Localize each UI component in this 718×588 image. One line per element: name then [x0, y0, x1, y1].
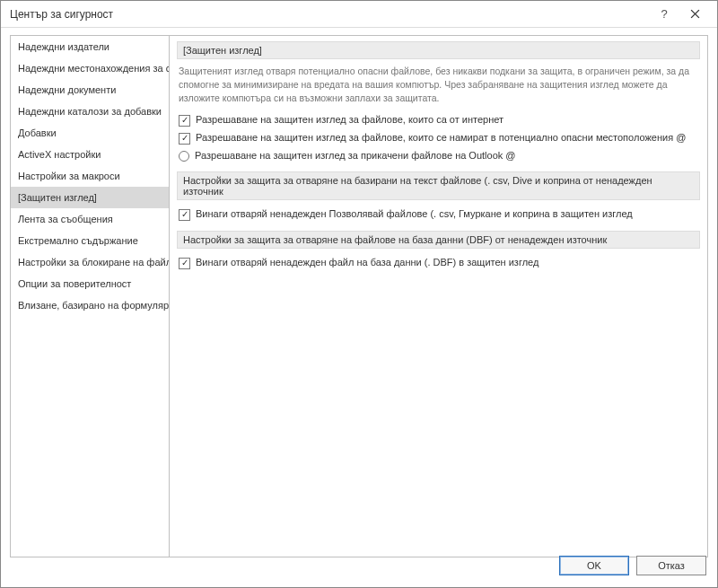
- option-internet-files[interactable]: ✓ Разрешаване на защитен изглед за файло…: [177, 111, 700, 129]
- sidebar-item-label: [Защитен изглед]: [18, 192, 97, 203]
- option-label: Винаги отваряй ненадежден Позволявай фай…: [196, 208, 698, 219]
- sidebar-item-message-bar[interactable]: Лента за съобщения: [11, 208, 169, 230]
- option-label: Разрешаване на защитен изглед за прикаче…: [195, 150, 698, 161]
- sidebar-item-form-signin[interactable]: Влизане, базирано на формуляри: [11, 294, 169, 316]
- sidebar-item-label: Добавки: [18, 127, 57, 138]
- sidebar-item-label: Лента за съобщения: [18, 214, 113, 224]
- checkbox-icon: ✓: [179, 133, 190, 145]
- sidebar-item-label: Влизане, базирано на формуляри: [18, 300, 170, 311]
- dialog-body: Надеждни издатели Надеждни местонахожден…: [1, 28, 717, 557]
- sidebar-item-label: Опции за поверителност: [18, 278, 131, 289]
- sidebar-item-label: Надеждни издатели: [18, 41, 109, 52]
- help-button[interactable]: ?: [649, 1, 679, 28]
- sidebar-item-trusted-publishers[interactable]: Надеждни издатели: [11, 36, 169, 57]
- sidebar-item-label: Настройки за макроси: [18, 171, 120, 181]
- sidebar-item-protected-view[interactable]: [Защитен изглед]: [11, 187, 169, 208]
- sidebar-item-privacy[interactable]: Опции за поверителност: [11, 273, 169, 294]
- option-label: Винаги отваряй ненадежден файл на база д…: [196, 257, 698, 268]
- checkbox-icon: ✓: [179, 258, 190, 269]
- main-panel: [Защитен изглед] Защитеният изглед отвар…: [170, 35, 708, 557]
- sidebar-item-label: Настройки за блокиране на файлове: [18, 257, 170, 268]
- sidebar-item-activex[interactable]: ActiveX настройки: [11, 144, 169, 165]
- sidebar-item-addin-catalogs[interactable]: Надеждни каталози за добавки: [11, 101, 169, 122]
- sidebar: Надеждни издатели Надеждни местонахожден…: [10, 35, 170, 557]
- sidebar-item-macro-settings[interactable]: Настройки за макроси: [11, 165, 169, 187]
- sidebar-item-file-block[interactable]: Настройки за блокиране на файлове: [11, 251, 169, 273]
- option-open-dbf-protected[interactable]: ✓ Винаги отваряй ненадежден файл на база…: [177, 254, 700, 272]
- option-label: Разрешаване на защитен изглед за файлове…: [196, 132, 698, 143]
- titlebar: Център за сигурност ?: [1, 1, 717, 28]
- section-header-text-files: Настройки за защита за отваряне на базир…: [177, 171, 700, 200]
- section-header-dbf-files: Настройки за защита за отваряне на файло…: [177, 231, 700, 249]
- sidebar-item-trusted-locations[interactable]: Надеждни местонахождения за съдържание: [11, 57, 169, 79]
- sidebar-item-label: Надеждни каталози за добавки: [18, 106, 162, 117]
- sidebar-item-label: Надеждни местонахождения за съдържание: [18, 63, 170, 74]
- protected-view-description: Защитеният изглед отваря потенциално опа…: [177, 59, 700, 111]
- dialog-footer: OK Отказ: [1, 557, 717, 581]
- sidebar-item-external-content[interactable]: Екстремално съдържание: [11, 230, 169, 251]
- sidebar-item-trusted-documents[interactable]: Надеждни документи: [11, 79, 169, 101]
- checkbox-icon: ✓: [179, 209, 190, 221]
- sidebar-item-addins[interactable]: Добавки: [11, 122, 169, 144]
- option-open-text-protected[interactable]: ✓ Винаги отваряй ненадежден Позволявай ф…: [177, 206, 700, 224]
- section-header-protected-view: [Защитен изглед]: [177, 41, 700, 59]
- close-icon: [690, 9, 700, 19]
- close-button[interactable]: [679, 1, 710, 28]
- option-unsafe-locations[interactable]: ✓ Разрешаване на защитен изглед за файло…: [177, 129, 700, 147]
- radio-icon: [179, 151, 189, 162]
- option-outlook-attachments[interactable]: Разрешаване на защитен изглед за прикаче…: [177, 147, 700, 164]
- checkbox-icon: ✓: [179, 115, 190, 127]
- option-label: Разрешаване на защитен изглед за файлове…: [196, 114, 698, 125]
- sidebar-item-label: Екстремално съдържание: [18, 235, 138, 246]
- ok-button[interactable]: OK: [559, 556, 629, 575]
- cancel-button[interactable]: Отказ: [636, 556, 706, 575]
- sidebar-item-label: ActiveX настройки: [18, 149, 101, 160]
- window-title: Център за сигурност: [10, 8, 649, 21]
- help-icon: ?: [661, 7, 667, 21]
- sidebar-item-label: Надеждни документи: [18, 84, 116, 95]
